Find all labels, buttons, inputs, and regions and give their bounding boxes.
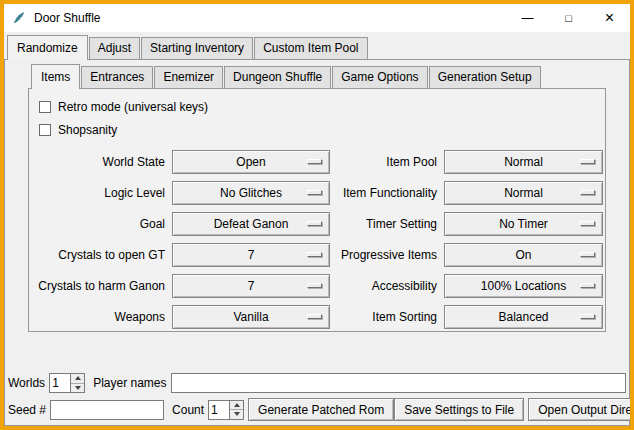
logic-level-label: Logic Level [37, 181, 167, 205]
goal-label: Goal [37, 212, 167, 236]
item-functionality-label: Item Functionality [335, 181, 439, 205]
world-state-label: World State [37, 150, 167, 174]
open-output-directory-button[interactable]: Open Output Directory [528, 398, 634, 421]
seed-input[interactable] [50, 400, 164, 420]
worlds-spinner [49, 373, 85, 393]
dropdown-indicator-icon [307, 159, 322, 164]
crystals-harm-ganon-label: Crystals to harm Ganon [37, 274, 167, 298]
options-grid: World State Open Item Pool Normal Logic … [37, 150, 599, 329]
dropdown-indicator-icon [307, 283, 322, 288]
inner-notebook: Items Entrances Enemizer Dungeon Shuffle… [28, 64, 606, 332]
dropdown-value: No Glitches [220, 186, 282, 200]
dropdown-value: No Timer [499, 217, 548, 231]
tab-entrances[interactable]: Entrances [81, 66, 153, 88]
checkbox-box-icon [39, 101, 51, 113]
worlds-label: Worlds [8, 376, 45, 390]
dropdown-indicator-icon [307, 221, 322, 226]
tab-enemizer[interactable]: Enemizer [154, 66, 223, 88]
dropdown-value: 7 [248, 248, 255, 262]
retro-mode-checkbox[interactable]: Retro mode (universal keys) [39, 100, 599, 114]
spin-down-button[interactable] [230, 410, 243, 419]
dropdown-value: On [515, 248, 531, 262]
tab-custom-item-pool[interactable]: Custom Item Pool [254, 37, 367, 59]
dropdown-indicator-icon [307, 190, 322, 195]
checkbox-box-icon [39, 124, 51, 136]
randomize-tab-pane: Items Entrances Enemizer Dungeon Shuffle… [4, 59, 630, 426]
item-sorting-dropdown[interactable]: Balanced [444, 305, 603, 329]
minimize-button[interactable]: — [507, 4, 548, 32]
checkbox-label: Retro mode (universal keys) [58, 100, 208, 114]
weapons-dropdown[interactable]: Vanilla [172, 305, 330, 329]
outer-tab-row: Randomize Adjust Starting Inventory Cust… [4, 35, 630, 59]
timer-setting-dropdown[interactable]: No Timer [444, 212, 603, 236]
goal-dropdown[interactable]: Defeat Ganon [172, 212, 330, 236]
item-functionality-dropdown[interactable]: Normal [444, 181, 603, 205]
tab-adjust[interactable]: Adjust [89, 37, 140, 59]
world-state-dropdown[interactable]: Open [172, 150, 330, 174]
worlds-spin-buttons [70, 374, 84, 392]
count-input[interactable] [209, 401, 229, 419]
dropdown-value: 7 [248, 279, 255, 293]
crystals-open-gt-label: Crystals to open GT [37, 243, 167, 267]
tab-randomize[interactable]: Randomize [7, 35, 88, 60]
dropdown-indicator-icon [307, 314, 322, 319]
app-icon [11, 10, 27, 26]
spin-down-button[interactable] [71, 384, 84, 393]
dropdown-value: Open [236, 155, 265, 169]
count-spinner [208, 400, 244, 420]
dropdown-indicator-icon [580, 190, 595, 195]
arrow-down-icon [75, 386, 81, 390]
arrow-up-icon [234, 403, 240, 407]
spin-up-button[interactable] [71, 374, 84, 384]
dropdown-indicator-icon [580, 283, 595, 288]
dropdown-value: Normal [504, 186, 543, 200]
worlds-input[interactable] [50, 374, 70, 392]
tab-items[interactable]: Items [31, 64, 80, 89]
close-button[interactable]: × [589, 4, 630, 32]
door-shuffle-window: Door Shuffle — □ × Randomize Adjust Star… [0, 0, 634, 430]
player-names-input[interactable] [171, 373, 627, 393]
crystals-open-gt-dropdown[interactable]: 7 [172, 243, 330, 267]
seed-label: Seed # [8, 403, 46, 417]
dropdown-value: Balanced [498, 310, 548, 324]
accessibility-label: Accessibility [335, 274, 439, 298]
tab-dungeon-shuffle[interactable]: Dungeon Shuffle [224, 66, 331, 88]
seed-row: Seed # Count Generate Patched Rom Save S… [8, 398, 626, 421]
dropdown-value: 100% Locations [481, 279, 566, 293]
tab-starting-inventory[interactable]: Starting Inventory [141, 37, 253, 59]
dropdown-indicator-icon [580, 252, 595, 257]
save-settings-button[interactable]: Save Settings to File [394, 398, 524, 421]
progressive-items-dropdown[interactable]: On [444, 243, 603, 267]
count-label: Count [172, 403, 204, 417]
caption-buttons: — □ × [507, 4, 630, 32]
tab-game-options[interactable]: Game Options [332, 66, 427, 88]
weapons-label: Weapons [37, 305, 167, 329]
progressive-items-label: Progressive Items [335, 243, 439, 267]
crystals-harm-ganon-dropdown[interactable]: 7 [172, 274, 330, 298]
item-pool-label: Item Pool [335, 150, 439, 174]
timer-setting-label: Timer Setting [335, 212, 439, 236]
shopsanity-checkbox[interactable]: Shopsanity [39, 123, 599, 137]
titlebar: Door Shuffle — □ × [4, 4, 630, 32]
dropdown-value: Vanilla [233, 310, 268, 324]
dropdown-indicator-icon [580, 159, 595, 164]
count-spin-buttons [229, 401, 243, 419]
dropdown-indicator-icon [580, 221, 595, 226]
logic-level-dropdown[interactable]: No Glitches [172, 181, 330, 205]
tab-generation-setup[interactable]: Generation Setup [429, 66, 541, 88]
item-sorting-label: Item Sorting [335, 305, 439, 329]
dropdown-indicator-icon [307, 252, 322, 257]
items-tab-pane: Retro mode (universal keys) Shopsanity W… [28, 88, 606, 332]
dropdown-indicator-icon [580, 314, 595, 319]
maximize-button[interactable]: □ [548, 4, 589, 32]
worlds-row: Worlds Player names [8, 373, 626, 393]
generate-patched-rom-button[interactable]: Generate Patched Rom [248, 398, 394, 421]
accessibility-dropdown[interactable]: 100% Locations [444, 274, 603, 298]
arrow-down-icon [234, 412, 240, 416]
spin-up-button[interactable] [230, 401, 243, 411]
item-pool-dropdown[interactable]: Normal [444, 150, 603, 174]
bottom-controls: Worlds Player names Seed # Count [5, 373, 629, 425]
dropdown-value: Normal [504, 155, 543, 169]
dropdown-value: Defeat Ganon [214, 217, 289, 231]
inner-tab-row: Items Entrances Enemizer Dungeon Shuffle… [28, 64, 606, 88]
